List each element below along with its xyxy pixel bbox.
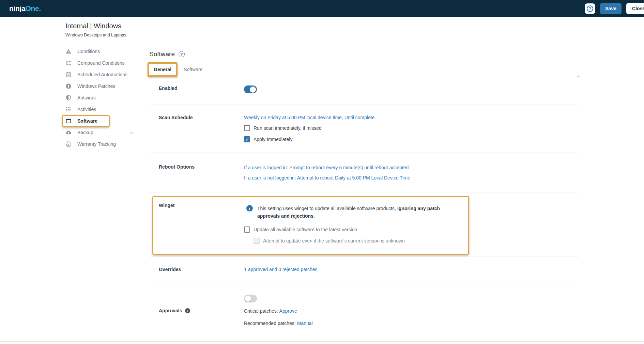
sidebar-item-antivirus[interactable]: Antivirus bbox=[65, 92, 144, 104]
apply-immediately-checkbox[interactable] bbox=[244, 136, 250, 142]
policy-editor-page: ninjaOne. ? Save Close Internal | Window… bbox=[0, 0, 644, 344]
sidebar-item-label: Software bbox=[77, 118, 97, 124]
logo-dot: . bbox=[39, 4, 41, 12]
recommended-patches-line: Recommended patches:Manual bbox=[244, 320, 579, 327]
topbar-actions: ? Save Close bbox=[585, 0, 644, 17]
sidebar-item-compound-conditions[interactable]: Compound Conditions bbox=[65, 57, 144, 69]
sidebar-item-conditions[interactable]: Conditions bbox=[65, 46, 144, 57]
run-if-missed-label[interactable]: Run scan immediately, if missed bbox=[254, 125, 322, 131]
approvals-label-group: Approvals i bbox=[159, 295, 244, 327]
section-help-icon[interactable]: ? bbox=[179, 51, 185, 57]
sidebar-item-backup[interactable]: Backup bbox=[65, 127, 144, 138]
scan-schedule-label: Scan Schedule bbox=[159, 115, 244, 142]
overrides-link[interactable]: 1 approved and 0 rejected patches bbox=[244, 267, 318, 272]
sidebar-item-label: Backup bbox=[77, 130, 93, 135]
attempt-unknown-version-label: Attempt to update even if the software's… bbox=[263, 238, 405, 244]
reboot-not-logged-in-link[interactable]: If a user is not logged in: Attempt to r… bbox=[244, 174, 579, 181]
tab-bar: General Software bbox=[149, 64, 579, 75]
tab-label: General bbox=[154, 67, 171, 72]
main-panel: Software ? General Software Enabled bbox=[144, 46, 644, 344]
reboot-options-label: Reboot Options bbox=[159, 164, 244, 181]
overrides-row: Overrides 1 approved and 0 rejected patc… bbox=[149, 256, 579, 283]
scan-schedule-link[interactable]: Weekly on Friday at 5:00 PM local device… bbox=[244, 115, 374, 120]
close-button[interactable]: Close bbox=[626, 3, 644, 14]
reboot-logged-in-link[interactable]: If a user is logged in: Prompt to reboot… bbox=[244, 164, 579, 171]
shield-icon bbox=[65, 95, 72, 101]
sidebar-item-label: Compound Conditions bbox=[77, 60, 125, 66]
winget-label: Winget bbox=[159, 203, 244, 244]
info-icon: i bbox=[185, 308, 190, 313]
warning-triangle-icon bbox=[65, 48, 72, 54]
approvals-row: Approvals i Critical patches:Approve Rec… bbox=[149, 283, 579, 327]
enabled-row: Enabled bbox=[149, 76, 579, 105]
window-icon bbox=[65, 118, 72, 124]
section-title: Software bbox=[149, 50, 175, 58]
approvals-label: Approvals bbox=[159, 308, 182, 313]
toggle-knob bbox=[245, 296, 251, 302]
sidebar-item-label: Conditions bbox=[77, 49, 100, 54]
list-icon bbox=[65, 106, 72, 112]
hierarchy-icon bbox=[65, 60, 72, 66]
sidebar-item-label: Activities bbox=[77, 107, 96, 112]
reboot-options-row: Reboot Options If a user is logged in: P… bbox=[149, 153, 579, 192]
sidebar-item-activities[interactable]: Activities bbox=[65, 104, 144, 115]
cloud-upload-icon bbox=[65, 129, 72, 136]
apply-immediately-label[interactable]: Apply Immediately bbox=[254, 137, 292, 142]
sidebar-item-software[interactable]: Software bbox=[65, 115, 144, 127]
sidebar-item-warranty-tracking[interactable]: Warranty Tracking bbox=[65, 138, 144, 150]
recommended-patches-manual-link[interactable]: Manual bbox=[297, 320, 313, 326]
scan-schedule-row: Scan Schedule Weekly on Friday at 5:00 P… bbox=[149, 105, 579, 153]
document-refresh-icon bbox=[65, 141, 72, 147]
enabled-toggle[interactable] bbox=[244, 85, 257, 93]
question-mark-icon: ? bbox=[587, 5, 593, 12]
attempt-unknown-version-checkbox[interactable] bbox=[254, 238, 260, 244]
update-all-software-checkbox[interactable] bbox=[244, 226, 250, 233]
sidebar-item-label: Antivirus bbox=[77, 95, 96, 100]
recommended-patches-label: Recommended patches: bbox=[244, 320, 296, 326]
sidebar-item-scheduled-automations[interactable]: Scheduled Automations bbox=[65, 69, 144, 80]
critical-patches-approve-link[interactable]: Approve bbox=[279, 308, 297, 314]
top-navigation-bar: ninjaOne. ? Save Close bbox=[0, 0, 644, 17]
save-button[interactable]: Save bbox=[600, 3, 622, 14]
tab-label: Software bbox=[184, 67, 202, 72]
critical-patches-line: Critical patches:Approve bbox=[244, 308, 579, 314]
tab-software[interactable]: Software bbox=[179, 64, 207, 75]
horizontal-scrollbar-track bbox=[0, 341, 644, 342]
critical-patches-label: Critical patches: bbox=[244, 308, 278, 314]
chevron-down-icon bbox=[129, 130, 133, 134]
page-header: Internal | Windows Windows Desktops and … bbox=[0, 17, 644, 46]
run-if-missed-checkbox[interactable] bbox=[244, 125, 250, 131]
winget-info-text: This setting uses winget to update all a… bbox=[257, 205, 455, 220]
sidebar-item-windows-patches[interactable]: Windows Patches bbox=[65, 80, 144, 92]
toggle-knob bbox=[250, 87, 256, 93]
policy-subtitle: Windows Desktops and Laptops bbox=[65, 33, 644, 37]
approvals-toggle[interactable] bbox=[244, 295, 257, 302]
overrides-label: Overrides bbox=[159, 267, 244, 272]
policy-title: Internal | Windows bbox=[65, 21, 644, 30]
policy-sidebar: Conditions Compound Conditions bbox=[0, 46, 144, 344]
winget-row: Winget i This setting uses winget to upd… bbox=[149, 192, 579, 256]
help-button[interactable]: ? bbox=[585, 3, 595, 14]
enabled-label: Enabled bbox=[159, 85, 244, 93]
calendar-icon bbox=[65, 72, 72, 78]
scrollbar-thumb[interactable] bbox=[577, 76, 580, 77]
update-all-software-label[interactable]: Update all available software to the lat… bbox=[254, 227, 357, 232]
sidebar-item-label: Windows Patches bbox=[77, 83, 115, 89]
sidebar-item-label: Warranty Tracking bbox=[77, 141, 116, 147]
sidebar-item-label: Scheduled Automations bbox=[77, 72, 127, 77]
logo-text-ninja: ninja bbox=[9, 4, 26, 12]
tab-general[interactable]: General bbox=[149, 64, 176, 75]
ninjaone-logo[interactable]: ninjaOne. bbox=[9, 4, 41, 13]
circle-arrow-up-icon bbox=[65, 83, 72, 89]
logo-text-one: One bbox=[26, 4, 39, 12]
info-icon: i bbox=[246, 205, 253, 212]
